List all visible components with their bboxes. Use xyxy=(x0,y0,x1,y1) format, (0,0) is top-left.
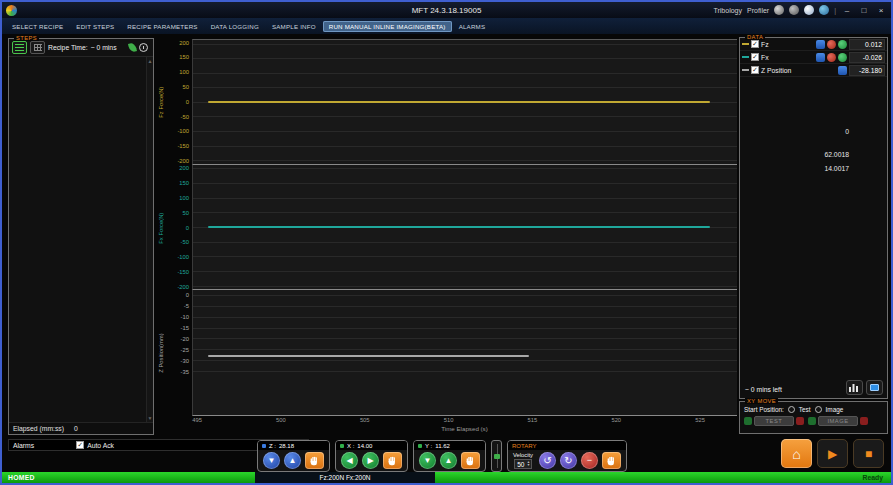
home-icon: ⌂ xyxy=(792,446,800,462)
goto-image-button[interactable]: IMAGE xyxy=(818,416,858,426)
tools-icon[interactable] xyxy=(789,5,799,15)
alarms-label: Alarms xyxy=(13,442,34,449)
start-position-test-label[interactable]: Test xyxy=(799,406,811,413)
settings-gear-icon[interactable] xyxy=(774,5,784,15)
scroll-down-icon[interactable]: ▼ xyxy=(147,415,153,421)
info-icon[interactable] xyxy=(819,5,829,15)
z-visible-checkbox[interactable]: ✓ xyxy=(751,66,759,74)
fz-scale-button[interactable] xyxy=(816,40,825,49)
y-jog-up-button[interactable]: ▲ xyxy=(440,452,457,469)
rotary-stop-button[interactable] xyxy=(602,452,621,469)
z-jog-up-button[interactable]: ▲ xyxy=(284,452,301,469)
x-jog-label: X : xyxy=(347,443,354,449)
minimize-button[interactable]: – xyxy=(841,6,853,15)
jog-speed-slider[interactable] xyxy=(491,440,502,472)
fx-autoscale-button[interactable] xyxy=(838,53,847,62)
step-grid-view-button[interactable] xyxy=(30,41,45,54)
goto-test-button[interactable]: TEST xyxy=(754,416,794,426)
recipe-time-value: ~ 0 mins xyxy=(91,44,117,51)
titlebar-separator: | xyxy=(834,7,836,14)
goto-image-go-button[interactable] xyxy=(808,417,816,425)
y-jog-down-button[interactable]: ▼ xyxy=(419,452,436,469)
rotate-ccw-button[interactable]: ↺ xyxy=(539,452,556,469)
mode-profiler-label[interactable]: Profiler xyxy=(747,7,769,14)
tab-recipe-parameters[interactable]: RECIPE PARAMETERS xyxy=(121,21,203,32)
tab-sample-info[interactable]: SAMPLE INFO xyxy=(266,21,322,32)
fx-visible-checkbox[interactable]: ✓ xyxy=(751,53,759,61)
rotate-cw-button[interactable]: ↻ xyxy=(560,452,577,469)
step-list-view-button[interactable] xyxy=(12,41,27,54)
chart-fx: Fx Force(N) 200150100500-50-100-150-200 xyxy=(155,165,737,291)
data-panel-title: DATA xyxy=(745,34,765,40)
gridline xyxy=(193,371,737,372)
start-position-image-label[interactable]: Image xyxy=(826,406,844,413)
fz-autoscale-button[interactable] xyxy=(838,40,847,49)
goto-test-stop-button[interactable] xyxy=(796,417,804,425)
fx-scale-button[interactable] xyxy=(816,53,825,62)
data-panel: DATA ✓ Fz 0.012 ✓ Fx -0.026 xyxy=(739,37,888,399)
tab-select-recipe[interactable]: SELECT RECIPE xyxy=(6,21,69,32)
goto-test-go-button[interactable] xyxy=(744,417,752,425)
channel-row-fx: ✓ Fx -0.026 xyxy=(740,51,887,64)
slider-thumb[interactable] xyxy=(494,454,500,459)
ready-status: Ready xyxy=(863,474,883,481)
display-button[interactable] xyxy=(866,380,883,395)
user-icon[interactable] xyxy=(804,5,814,15)
alarm-clock-icon[interactable] xyxy=(139,43,148,52)
mode-tribology-label[interactable]: Tribology xyxy=(713,7,742,14)
home-button[interactable]: ⌂ xyxy=(781,439,812,468)
elapsed-row: Elapsed (mm:ss) 0 xyxy=(9,422,153,434)
list-icon xyxy=(15,44,24,51)
chart-export-button[interactable] xyxy=(846,380,863,395)
start-position-image-radio[interactable] xyxy=(815,406,822,413)
readout-3: 14.0017 xyxy=(824,165,849,172)
rotary-disable-button[interactable]: − xyxy=(581,452,598,469)
z-plot[interactable] xyxy=(192,290,737,416)
y-tick-label: -30 xyxy=(181,358,189,364)
z-jog-stop-button[interactable] xyxy=(305,452,324,469)
y-jog-label: Y : xyxy=(425,443,432,449)
velocity-spinner[interactable]: 50 ▲ ▼ xyxy=(514,459,532,469)
tab-edit-steps[interactable]: EDIT STEPS xyxy=(70,21,120,32)
steps-scrollbar[interactable]: ▲ ▼ xyxy=(146,57,153,422)
y-axis-icon xyxy=(418,444,422,448)
y-tick-label: 0 xyxy=(186,99,189,105)
hand-stop-icon xyxy=(309,455,320,466)
spin-down-icon[interactable]: ▼ xyxy=(527,464,530,468)
fx-plot[interactable] xyxy=(192,165,737,291)
y-tick-label: 100 xyxy=(179,69,189,75)
down-arrow-icon: ▼ xyxy=(268,457,276,465)
scroll-up-icon[interactable]: ▲ xyxy=(147,58,153,64)
channel-row-z-position: ✓ Z Position -28.180 xyxy=(740,64,887,77)
rotary-jog-header: ROTARY xyxy=(508,441,626,450)
main-content: STEPS Recipe Time: ~ 0 mins ▲ ▼ xyxy=(2,34,891,472)
z-scale-button[interactable] xyxy=(838,66,847,75)
x-jog-left-button[interactable]: ◀ xyxy=(341,452,358,469)
close-button[interactable]: × xyxy=(875,6,887,15)
x-jog-stop-button[interactable] xyxy=(383,452,402,469)
stop-button[interactable]: ■ xyxy=(853,439,884,468)
x-tick-label: 520 xyxy=(611,417,621,423)
y-tick-label: -20 xyxy=(181,336,189,342)
maximize-button[interactable]: □ xyxy=(858,6,870,15)
auto-ack-checkbox[interactable]: ✓ xyxy=(76,441,84,449)
fx-record-button[interactable] xyxy=(827,53,836,62)
run-button[interactable]: ▶ xyxy=(817,439,848,468)
fz-record-button[interactable] xyxy=(827,40,836,49)
tab-alarms[interactable]: ALARMS xyxy=(453,21,492,32)
fz-plot[interactable] xyxy=(192,39,737,165)
fz-visible-checkbox[interactable]: ✓ xyxy=(751,40,759,48)
eco-leaf-icon[interactable] xyxy=(128,42,137,53)
y-jog-stop-button[interactable] xyxy=(461,452,480,469)
x-jog-right-button[interactable]: ▶ xyxy=(362,452,379,469)
tab-run-manual[interactable]: RUN MANUAL INLINE IMAGING(BETA) xyxy=(323,21,452,32)
goto-image-stop-button[interactable] xyxy=(860,417,868,425)
y-tick-label: -50 xyxy=(181,114,189,120)
tab-data-logging[interactable]: DATA LOGGING xyxy=(205,21,265,32)
start-position-test-radio[interactable] xyxy=(788,406,795,413)
z-position-series-line xyxy=(208,355,529,357)
time-left-label: ~ 0 mins left xyxy=(745,386,782,393)
gridline xyxy=(193,168,737,169)
z-jog-down-button[interactable]: ▼ xyxy=(263,452,280,469)
fz-axis-ticks: 200150100500-50-100-150-200 xyxy=(166,39,192,165)
